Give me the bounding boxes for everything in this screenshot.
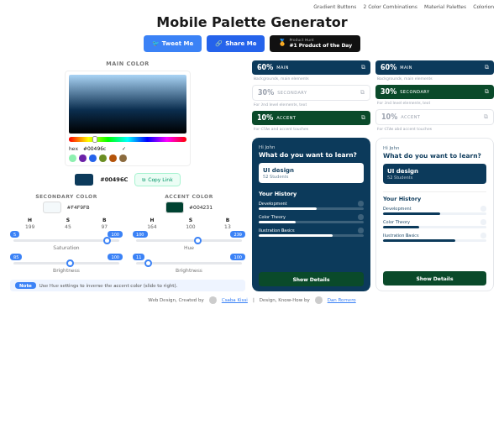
show-details-button[interactable]: Show Details xyxy=(383,271,486,285)
hue-bar[interactable] xyxy=(69,137,186,142)
history-item[interactable]: Ilustration Basics xyxy=(383,233,486,238)
avatar-1 xyxy=(209,296,217,304)
saturation-label: Saturation xyxy=(10,244,123,250)
brightness-1-label: Brightness xyxy=(10,267,123,273)
brightness-1-thumb[interactable] xyxy=(66,259,74,267)
show-details-button[interactable]: Show Details xyxy=(259,272,364,286)
swatch[interactable] xyxy=(89,155,97,162)
secondary-label: SECONDARY COLOR xyxy=(10,193,123,199)
course-card[interactable]: UI design52 Students xyxy=(259,163,364,183)
hue-thumb[interactable] xyxy=(194,237,202,244)
palette-desc: For CTAs abd accent touches xyxy=(377,127,494,131)
copy-link-button[interactable]: ⧉Copy Link xyxy=(134,173,180,186)
brightness-1-slider[interactable]: 85100 xyxy=(13,262,119,265)
producthunt-badge[interactable]: 🏅Product Hunt#1 Product of the Day xyxy=(270,35,360,52)
secondary-swatch xyxy=(43,202,61,213)
palette-desc: Backgrounds, main elements xyxy=(254,76,370,81)
share-icon: 🔗 xyxy=(215,40,223,47)
palette-row[interactable]: 60%MAIN⧉ xyxy=(252,60,370,75)
medal-icon: 🏅 xyxy=(278,39,286,47)
swatch[interactable] xyxy=(79,155,87,162)
nav-material[interactable]: Material Palettes xyxy=(424,3,466,9)
saturation-thumb[interactable] xyxy=(103,237,111,244)
tweet-button[interactable]: 🐦Tweet Me xyxy=(144,35,202,52)
history-item[interactable]: Development xyxy=(383,206,486,212)
footer-text-2: Design, Know-How by xyxy=(260,297,310,302)
note-badge: Note xyxy=(15,282,36,289)
copy-icon[interactable]: ⧉ xyxy=(361,114,365,121)
phone-preview-dark: Hi JohnWhat do you want to learn?UI desi… xyxy=(252,138,370,291)
accent-swatch xyxy=(165,202,184,213)
history-item[interactable]: Development xyxy=(259,201,364,207)
palette-desc: For 2nd level elements, text xyxy=(254,102,370,107)
hex-label: hex xyxy=(69,145,78,151)
palette-row[interactable]: 10%ACCENT⧉ xyxy=(252,111,370,125)
main-color-label: MAIN COLOR xyxy=(10,60,245,67)
history-item[interactable]: Ilustration Basics xyxy=(259,228,364,233)
color-gradient[interactable] xyxy=(69,75,186,134)
nav-colorion[interactable]: Colorion xyxy=(473,3,494,9)
accent-label: ACCENT COLOR xyxy=(133,193,245,199)
color-picker[interactable]: hex ✓ xyxy=(65,71,191,166)
palette-row[interactable]: 30%SECONDARY⧉ xyxy=(252,85,370,101)
copy-icon[interactable]: ⧉ xyxy=(361,64,365,71)
swatch[interactable] xyxy=(119,155,127,162)
share-button[interactable]: 🔗Share Me xyxy=(207,35,265,52)
palette-desc: For CTAs and accent touches xyxy=(254,127,370,131)
brightness-2-slider[interactable]: 11100 xyxy=(136,262,242,265)
palette-desc: Backgrounds, main elements xyxy=(377,76,494,81)
swatch-row xyxy=(69,155,186,162)
check-icon: ✓ xyxy=(122,145,126,151)
history-item[interactable]: Color Theory xyxy=(259,214,364,220)
copy-icon[interactable]: ⧉ xyxy=(360,89,365,96)
hue-label: Hue xyxy=(133,244,245,250)
swatch[interactable] xyxy=(69,155,76,162)
copy-icon: ⧉ xyxy=(142,176,145,183)
palette-row[interactable]: 60%MAIN⧉ xyxy=(375,60,494,75)
accent-hex: #004231 xyxy=(189,204,213,210)
avatar-2 xyxy=(315,296,323,304)
main-chip xyxy=(75,174,93,186)
secondary-hex: #F4F9FB xyxy=(66,204,89,210)
hue-handle[interactable] xyxy=(92,136,97,143)
nav-combos[interactable]: 2 Color Combinations xyxy=(363,3,417,9)
page-title: Mobile Palette Generator xyxy=(0,14,504,30)
palette-desc: For 2nd level elements, text xyxy=(377,101,494,105)
brightness-2-label: Brightness xyxy=(133,267,245,273)
copy-icon[interactable]: ⧉ xyxy=(484,113,488,120)
swatch[interactable] xyxy=(109,155,117,162)
saturation-slider[interactable]: 5100 xyxy=(13,239,119,242)
footer-link-1[interactable]: Csaba Kissi xyxy=(222,297,248,302)
twitter-icon: 🐦 xyxy=(152,40,160,47)
footer-text-1: Web Design, Created by xyxy=(148,297,204,302)
hue-slider[interactable]: 100239 xyxy=(136,239,242,242)
footer-link-2[interactable]: Dan Romero xyxy=(328,297,356,302)
palette-row[interactable]: 30%SECONDARY⧉ xyxy=(375,85,494,99)
history-item[interactable]: Color Theory xyxy=(383,219,486,225)
nav-gradient[interactable]: Gradient Buttons xyxy=(313,3,356,9)
copy-icon[interactable]: ⧉ xyxy=(485,88,489,95)
brightness-2-thumb[interactable] xyxy=(144,259,152,267)
palette-row[interactable]: 10%ACCENT⧉ xyxy=(375,109,494,125)
copy-icon[interactable]: ⧉ xyxy=(485,64,489,71)
swatch[interactable] xyxy=(99,155,107,162)
phone-preview-light: Hi JohnWhat do you want to learn?UI desi… xyxy=(375,138,494,291)
note-box: NoteUse Hue settings to inverse the acce… xyxy=(10,280,245,291)
hex-input[interactable] xyxy=(83,145,117,151)
main-hex: #00496C xyxy=(100,176,128,183)
course-card[interactable]: UI design52 Students xyxy=(383,164,486,184)
